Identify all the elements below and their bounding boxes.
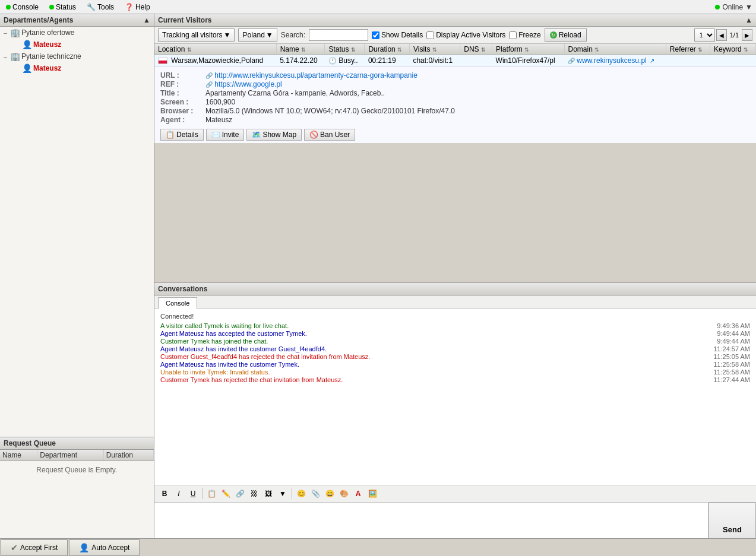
accept-first-button[interactable]: ✔ Accept First bbox=[1, 539, 68, 556]
msg-time-4: 11:24:57 AM bbox=[713, 345, 750, 352]
visitor-visits: chat:0/visit:1 bbox=[409, 55, 460, 66]
details-label: Details bbox=[176, 131, 198, 139]
collapse-icon[interactable]: ▲ bbox=[143, 16, 150, 24]
color-button[interactable]: 🎨 bbox=[337, 487, 350, 500]
visitors-section: Current Visitors ▲ Tracking all visitors… bbox=[154, 14, 756, 283]
country-chevron-icon: ▼ bbox=[266, 31, 273, 39]
tab-console[interactable]: Console bbox=[158, 297, 197, 309]
url-link-icon: 🔗 bbox=[205, 72, 213, 79]
search-label: Search: bbox=[281, 31, 305, 39]
visitor-location: Warsaw,Mazowieckie,Poland bbox=[154, 55, 276, 66]
freeze-checkbox[interactable] bbox=[509, 31, 517, 39]
link-button[interactable]: ⛓ bbox=[248, 487, 261, 500]
col-duration[interactable]: Duration ⇅ bbox=[365, 44, 410, 55]
status-dot bbox=[49, 5, 54, 9]
detail-grid: URL : 🔗 http://www.rekinysukcesu.pl/apar… bbox=[160, 69, 750, 126]
ban-user-button[interactable]: 🚫 Ban User bbox=[304, 129, 355, 141]
page-size-select[interactable]: 15 25 50 bbox=[694, 28, 715, 42]
invite-button[interactable]: ✉️ Invite bbox=[206, 129, 245, 141]
col-domain[interactable]: Domain ⇅ bbox=[564, 44, 666, 55]
col-platform[interactable]: Platform ⇅ bbox=[492, 44, 564, 55]
col-visits[interactable]: Visits ⇅ bbox=[409, 44, 460, 55]
visitor-detail-row: URL : 🔗 http://www.rekinysukcesu.pl/apar… bbox=[154, 66, 756, 144]
tracking-dropdown[interactable]: Tracking all visitors ▼ bbox=[158, 28, 235, 42]
italic-button[interactable]: I bbox=[172, 487, 185, 500]
msg-text-1: A visitor called Tymek is waiting for li… bbox=[160, 322, 711, 329]
page-prev-button[interactable]: ◀ bbox=[716, 29, 727, 41]
conversation-tabs: Console bbox=[154, 296, 756, 309]
departments-title: Departments/Agents bbox=[4, 16, 73, 24]
col-keyword[interactable]: Keyword ⇅ bbox=[710, 44, 755, 55]
topbar-help[interactable]: ❓ Help bbox=[122, 2, 153, 12]
search-input[interactable] bbox=[309, 29, 368, 41]
col-referrer[interactable]: Referrer ⇅ bbox=[666, 44, 710, 55]
agent-value: Mateusz bbox=[205, 116, 750, 124]
ref-link[interactable]: https://www.google.pl bbox=[214, 80, 281, 88]
underline-button[interactable]: U bbox=[186, 487, 200, 500]
agent-mateusz-2[interactable]: 👤 Mateusz bbox=[12, 62, 154, 74]
highlight-button[interactable]: ✏️ bbox=[219, 487, 232, 500]
show-details-checkbox[interactable] bbox=[372, 31, 379, 39]
queue-table: Name Department Duration Request Queue i… bbox=[0, 450, 154, 479]
attach-button[interactable]: 📎 bbox=[309, 487, 322, 500]
msg-text-6: Agent Mateusz has invited the customer T… bbox=[160, 361, 707, 368]
emoticon-menu-button[interactable]: 🔗 bbox=[233, 487, 246, 500]
visitors-collapse-icon[interactable]: ▲ bbox=[745, 16, 752, 24]
right-panel: Current Visitors ▲ Tracking all visitors… bbox=[154, 14, 756, 556]
url-link[interactable]: http://www.rekinysukcesu.pl/apartamenty-… bbox=[214, 71, 417, 80]
queue-col-dept: Department bbox=[37, 450, 103, 461]
table-row[interactable]: Warsaw,Mazowieckie,Poland 5.174.22.20 🕐 … bbox=[154, 55, 756, 66]
smiley-button[interactable]: 😊 bbox=[295, 487, 308, 500]
expand-icon-techniczne: – bbox=[2, 53, 8, 60]
bold-button[interactable]: B bbox=[158, 487, 171, 500]
topbar-status[interactable]: Status bbox=[47, 2, 78, 12]
conversations-title: Conversations bbox=[158, 285, 207, 293]
visitors-title: Current Visitors bbox=[158, 16, 211, 24]
msg-time-6: 11:25:58 AM bbox=[713, 361, 750, 368]
col-status[interactable]: Status ⇅ bbox=[325, 44, 365, 55]
insert-image-button[interactable]: 🖼️ bbox=[366, 487, 379, 500]
freeze-checkbox-label[interactable]: Freeze bbox=[509, 31, 540, 39]
details-button[interactable]: 📋 Details bbox=[160, 129, 204, 141]
more-button[interactable]: ▼ bbox=[276, 487, 289, 500]
display-active-checkbox[interactable] bbox=[426, 31, 434, 39]
invite-label: Invite bbox=[222, 131, 239, 139]
topbar-tools[interactable]: 🔧 Tools bbox=[84, 2, 116, 12]
msg-line-1: A visitor called Tymek is waiting for li… bbox=[160, 322, 750, 329]
emoticon2-button[interactable]: 😄 bbox=[323, 487, 336, 500]
font-button[interactable]: A bbox=[352, 487, 365, 500]
visitor-name: 5.174.22.20 bbox=[276, 55, 325, 66]
display-active-checkbox-label[interactable]: Display Active Visitors bbox=[426, 31, 505, 39]
expand-icon-ofertowe: – bbox=[2, 30, 8, 36]
top-bar: Console Status 🔧 Tools ❓ Help Online ▼ bbox=[0, 0, 756, 14]
queue-col-name: Name bbox=[0, 450, 37, 461]
show-details-checkbox-label[interactable]: Show Details bbox=[372, 31, 423, 39]
online-chevron[interactable]: ▼ bbox=[745, 3, 752, 11]
conversations-header: Conversations bbox=[154, 283, 756, 296]
auto-accept-label: Auto Accept bbox=[91, 544, 129, 552]
visitor-domain-link[interactable]: www.rekinysukcesu.pl bbox=[577, 56, 646, 65]
agent-mateusz-1[interactable]: 👤 Mateusz bbox=[12, 39, 154, 50]
bottom-bar: ✔ Accept First 👤 Auto Accept bbox=[0, 538, 756, 556]
col-location[interactable]: Location ⇅ bbox=[154, 44, 276, 55]
auto-accept-button[interactable]: 👤 Auto Accept bbox=[69, 539, 140, 556]
image-insert-button[interactable]: 🖼 bbox=[262, 487, 275, 500]
msg-line-8: Customer Tymek has rejected the chat inv… bbox=[160, 376, 750, 383]
col-name[interactable]: Name ⇅ bbox=[276, 44, 325, 55]
copy-button[interactable]: 📋 bbox=[205, 487, 218, 500]
show-map-button[interactable]: 🗺️ Show Map bbox=[246, 129, 302, 141]
page-next-button[interactable]: ▶ bbox=[742, 29, 752, 41]
title-value: Apartamenty Czarna Góra - kampanie, Adwo… bbox=[205, 89, 750, 97]
queue-empty-message: Request Queue is Empty. bbox=[0, 461, 154, 479]
reload-button[interactable]: ↻ Reload bbox=[545, 28, 587, 42]
toolbar-sep-2 bbox=[292, 488, 292, 499]
country-dropdown[interactable]: Poland ▼ bbox=[238, 28, 277, 42]
msg-text-3: Customer Tymek has joined the chat. bbox=[160, 338, 711, 345]
dept-techniczne[interactable]: – 🏢 Pytanie techniczne bbox=[0, 50, 154, 62]
topbar-console[interactable]: Console bbox=[4, 2, 41, 12]
tracking-chevron-icon: ▼ bbox=[224, 31, 231, 39]
col-dns[interactable]: DNS ⇅ bbox=[460, 44, 492, 55]
dept-ofertowe[interactable]: – 🏢 Pytanie ofertowe bbox=[0, 27, 154, 39]
auto-accept-icon: 👤 bbox=[79, 543, 89, 552]
url-value: 🔗 http://www.rekinysukcesu.pl/apartament… bbox=[205, 71, 750, 80]
